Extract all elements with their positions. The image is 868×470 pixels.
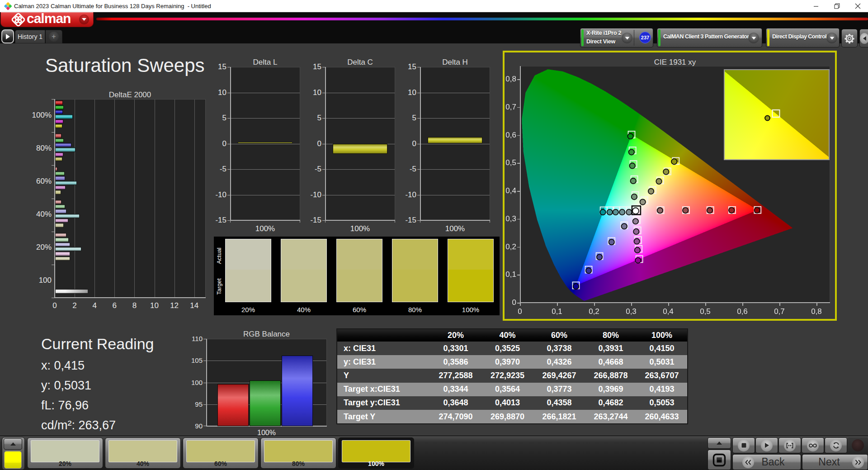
- cie-inset-markers: [725, 70, 829, 159]
- table-cell: 263,2744: [585, 410, 637, 423]
- chart-title: Delta C: [311, 58, 409, 67]
- x-tick: [395, 220, 395, 223]
- deltae-bar: [55, 200, 61, 204]
- single-measure-icon: [784, 440, 796, 451]
- x-tick-label: 12: [168, 301, 181, 310]
- cie-measured-blue: [622, 223, 627, 229]
- actual-target-swatches: ActualTarget20%40%60%80%100%: [214, 237, 500, 315]
- pattern-swatch-20%[interactable]: 20%: [27, 437, 103, 469]
- y-group-label: 60%: [14, 177, 52, 186]
- swatch-level-label: 40%: [281, 306, 327, 313]
- y-tick-label: 100: [184, 379, 203, 386]
- swatch-target: [337, 270, 382, 302]
- target-label: Target: [216, 273, 222, 300]
- cie-measured-red: [657, 208, 663, 213]
- cie-measured-green: [630, 178, 636, 184]
- table-row: y: CIE310,35860,39700,43260,46680,5031: [337, 355, 687, 369]
- deltae-bar: [55, 143, 71, 147]
- next-button[interactable]: Next: [802, 454, 868, 470]
- y-tick: [52, 132, 54, 133]
- table-cell: 266,1821: [533, 410, 585, 423]
- deltae-bar: [55, 114, 73, 119]
- cie-1931-panel[interactable]: CIE 1931 xy00,10,20,30,40,50,60,70,800,1…: [503, 51, 837, 321]
- cie-measured-magenta: [634, 238, 639, 244]
- rgb-bar-green: [250, 380, 281, 426]
- pattern-swatch-100%[interactable]: 100%: [338, 437, 414, 469]
- x-tick-label: 0,6: [733, 307, 751, 316]
- swatch-label: 80%: [261, 460, 336, 467]
- table-cell: 269,8870: [481, 410, 533, 423]
- gridline-v: [114, 100, 115, 297]
- y-tick-label: -10: [208, 190, 226, 199]
- swatch-actual: [392, 239, 438, 270]
- gridline-v: [134, 100, 135, 297]
- back-label: Back: [761, 456, 784, 468]
- swatch-target: [226, 270, 271, 302]
- swatch-compare: [225, 239, 271, 302]
- stop-button[interactable]: [732, 437, 755, 453]
- cie-inset-measured: [765, 116, 770, 121]
- page-title: Saturation Sweeps: [45, 55, 205, 76]
- swatch-chip: [31, 440, 99, 462]
- pattern-swatch-40%[interactable]: 40%: [105, 437, 181, 469]
- deltae-bar: [55, 256, 70, 261]
- back-button[interactable]: Back: [732, 454, 801, 470]
- pattern-color-preview[interactable]: [4, 451, 22, 469]
- chart-title: RGB Balance: [206, 330, 327, 339]
- y-axis: [420, 67, 421, 220]
- pattern-swatch-60%[interactable]: 60%: [183, 437, 259, 469]
- swatch-actual: [337, 239, 382, 270]
- y-tick-label: 0,2: [496, 242, 516, 252]
- deltae-bar: [55, 242, 70, 247]
- gridline-h: [231, 118, 300, 119]
- refresh-icon: [830, 440, 842, 451]
- plot-area: [54, 99, 206, 298]
- meter-badge[interactable]: 237: [639, 32, 651, 43]
- reading-line: fL: 76,96: [41, 399, 89, 413]
- actual-label: Actual: [216, 242, 222, 270]
- table-row-label: Target Y: [337, 410, 430, 423]
- cie-measured-red: [707, 208, 712, 213]
- gridline-h: [326, 93, 395, 93]
- y-tick: [52, 232, 54, 232]
- gridline-h: [326, 118, 395, 119]
- x-axis: [325, 220, 395, 221]
- panel-expand-button[interactable]: [708, 437, 731, 449]
- table-cell: 266,8878: [585, 369, 637, 382]
- chevron-up-icon: [10, 442, 16, 446]
- cie-measured-yellow: [671, 159, 677, 164]
- x-axis-label: 100%: [420, 224, 490, 233]
- y-tick-label: 95: [184, 400, 203, 408]
- y-tick-label: 0: [302, 139, 321, 148]
- deltae-bar: [55, 110, 63, 114]
- pattern-collapse-button[interactable]: [4, 438, 22, 450]
- x-tick: [325, 220, 326, 223]
- pattern-swatch-80%[interactable]: 80%: [260, 437, 336, 469]
- pattern-bar: 20%40%60%80%100%: [0, 436, 868, 470]
- x-tick-label: 0,1: [548, 307, 566, 316]
- table-row-label: Target x:CIE31: [337, 383, 430, 396]
- pattern-window-button[interactable]: [708, 450, 731, 470]
- cie-measured-blue: [597, 254, 602, 260]
- y-axis: [206, 339, 207, 426]
- table-cell: 0,3344: [430, 383, 481, 396]
- deltae-bar: [55, 138, 64, 142]
- table-cell: 263,6707: [637, 369, 687, 382]
- swatch-compare: [448, 239, 494, 302]
- deltae-bar: [55, 105, 64, 109]
- x-tick-label: 10: [148, 301, 161, 310]
- play-button[interactable]: [755, 437, 778, 453]
- refresh-button[interactable]: [825, 437, 847, 453]
- continuous-measure-button[interactable]: [802, 437, 824, 453]
- gridline-h: [420, 169, 490, 170]
- cie-measured-red: [683, 208, 688, 213]
- x-tick-label: 14: [188, 301, 201, 310]
- y-tick-label: 0,1: [496, 270, 516, 279]
- swatch-target: [281, 270, 326, 302]
- swatch-actual: [226, 239, 271, 270]
- measure-status-light: [852, 439, 864, 451]
- y-tick-label: 5: [208, 114, 226, 123]
- single-measure-button[interactable]: [778, 437, 801, 453]
- y-tick-label: 5: [302, 114, 321, 123]
- table-row-label: x: CIE31: [337, 342, 430, 355]
